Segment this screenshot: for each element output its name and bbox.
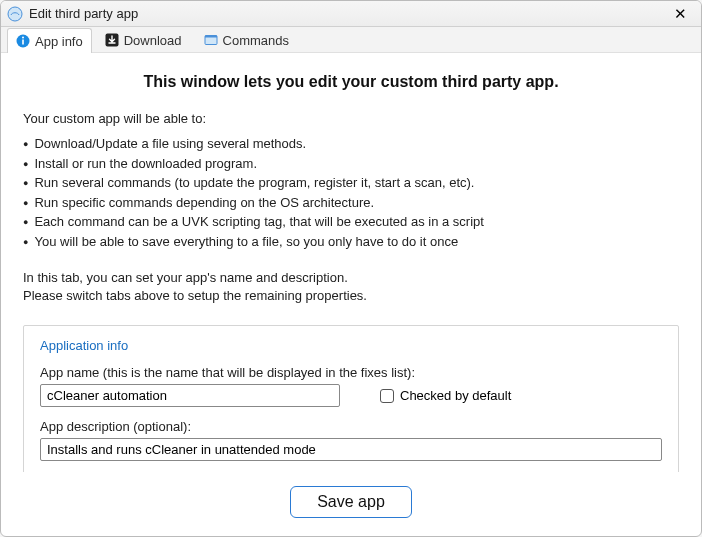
tab-app-info-label: App info: [35, 34, 83, 49]
tab-note-line1: In this tab, you can set your app's name…: [23, 269, 679, 287]
tab-note-line2: Please switch tabs above to setup the re…: [23, 287, 679, 305]
page-headline: This window lets you edit your custom th…: [23, 73, 679, 91]
titlebar: Edit third party app ✕: [1, 1, 701, 27]
app-name-label: App name (this is the name that will be …: [40, 365, 662, 380]
fieldset-title: Application info: [40, 338, 662, 353]
feature-item: You will be able to save everything to a…: [23, 232, 679, 252]
tab-app-info[interactable]: App info: [7, 28, 92, 53]
save-button[interactable]: Save app: [290, 486, 412, 518]
svg-point-0: [8, 7, 22, 21]
app-icon: [7, 6, 23, 22]
window-title: Edit third party app: [29, 6, 665, 21]
download-icon: [105, 33, 119, 47]
feature-item: Each command can be a UVK scripting tag,…: [23, 212, 679, 232]
tab-commands[interactable]: Commands: [195, 27, 298, 52]
info-icon: [16, 34, 30, 48]
svg-rect-6: [205, 36, 217, 38]
feature-item: Run several commands (to update the prog…: [23, 173, 679, 193]
app-name-input[interactable]: [40, 384, 340, 407]
app-desc-label: App description (optional):: [40, 419, 662, 434]
feature-item: Install or run the downloaded program.: [23, 154, 679, 174]
footer: Save app: [1, 472, 701, 536]
tab-download-label: Download: [124, 33, 182, 48]
app-desc-input[interactable]: [40, 438, 662, 461]
content-area: This window lets you edit your custom th…: [1, 53, 701, 472]
checked-default-wrap[interactable]: Checked by default: [380, 388, 511, 403]
tab-commands-label: Commands: [223, 33, 289, 48]
svg-rect-2: [22, 40, 24, 45]
intro-text: Your custom app will be able to:: [23, 111, 679, 126]
tab-bar: App info Download Commands: [1, 27, 701, 53]
checked-default-checkbox[interactable]: [380, 389, 394, 403]
application-info-group: Application info App name (this is the n…: [23, 325, 679, 472]
checked-default-label: Checked by default: [400, 388, 511, 403]
feature-item: Run specific commands depending on the O…: [23, 193, 679, 213]
close-icon: ✕: [674, 6, 687, 21]
tab-download[interactable]: Download: [96, 27, 191, 52]
feature-item: Download/Update a file using several met…: [23, 134, 679, 154]
close-button[interactable]: ✕: [665, 4, 695, 24]
tab-note: In this tab, you can set your app's name…: [23, 269, 679, 305]
commands-icon: [204, 33, 218, 47]
window: Edit third party app ✕ App info: [0, 0, 702, 537]
feature-list: Download/Update a file using several met…: [23, 134, 679, 251]
svg-point-3: [22, 37, 24, 39]
